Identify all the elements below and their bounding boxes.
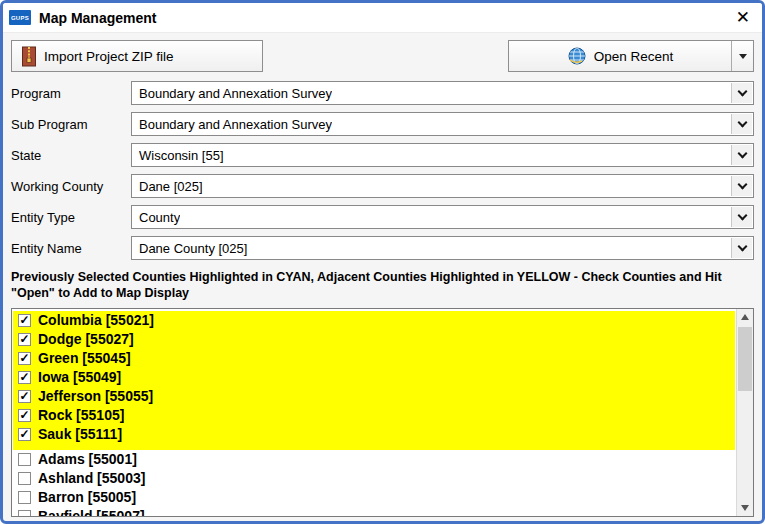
titlebar[interactable]: GUPS Map Management ✕ <box>3 3 762 33</box>
sub-program-value: Boundary and Annexation Survey <box>139 117 332 132</box>
entity-name-value: Dane County [025] <box>139 241 247 256</box>
program-value: Boundary and Annexation Survey <box>139 86 332 101</box>
entity-type-combo-arrow[interactable] <box>731 207 752 227</box>
chevron-down-icon <box>737 179 747 189</box>
county-label: Barron [55005] <box>38 489 136 505</box>
program-combo-arrow[interactable] <box>731 83 752 103</box>
sub-program-combo-arrow[interactable] <box>731 114 752 134</box>
county-listbox[interactable]: ✓Columbia [55021]✓Dodge [55027]✓Green [5… <box>11 308 754 518</box>
state-combobox[interactable]: Wisconsin [55] <box>131 143 754 167</box>
gups-app-icon: GUPS <box>9 10 31 25</box>
county-row[interactable]: ✓Rock [55105] <box>13 406 735 425</box>
county-checkbox-unchecked[interactable] <box>18 491 31 504</box>
county-label: Bayfield [55007] <box>38 508 145 516</box>
county-row[interactable]: Adams [55001] <box>13 450 735 469</box>
chevron-down-icon <box>739 54 747 59</box>
county-checkbox-checked[interactable]: ✓ <box>18 333 31 346</box>
open-recent-label: Open Recent <box>594 49 674 64</box>
sub-program-label: Sub Program <box>11 117 131 132</box>
state-value: Wisconsin [55] <box>139 148 224 163</box>
form-area: Program Boundary and Annexation Survey S… <box>3 81 762 267</box>
map-management-window: GUPS Map Management ✕ Import Project ZIP… <box>0 0 765 524</box>
county-row[interactable]: ✓Dodge [55027] <box>13 330 735 349</box>
close-button[interactable]: ✕ <box>736 9 750 26</box>
county-label: Jefferson [55055] <box>38 388 153 404</box>
state-combo-arrow[interactable] <box>731 145 752 165</box>
globe-icon <box>567 46 587 66</box>
county-checkbox-checked[interactable]: ✓ <box>18 428 31 441</box>
county-list[interactable]: ✓Columbia [55021]✓Dodge [55027]✓Green [5… <box>13 311 735 517</box>
form-row-program: Program Boundary and Annexation Survey <box>11 81 754 105</box>
county-row[interactable]: Ashland [55003] <box>13 469 735 488</box>
entity-name-combo-arrow[interactable] <box>731 238 752 258</box>
form-row-state: State Wisconsin [55] <box>11 143 754 167</box>
county-label: Sauk [55111] <box>38 426 122 442</box>
window-title: Map Management <box>39 10 156 26</box>
scroll-thumb[interactable] <box>738 327 752 391</box>
form-row-sub-program: Sub Program Boundary and Annexation Surv… <box>11 112 754 136</box>
entity-type-label: Entity Type <box>11 210 131 225</box>
working-county-label: Working County <box>11 179 131 194</box>
open-recent-dropdown[interactable] <box>731 41 753 71</box>
arrow-up-icon <box>741 314 749 320</box>
entity-type-combobox[interactable]: County <box>131 205 754 229</box>
instructions-text: Previously Selected Counties Highlighted… <box>3 267 762 308</box>
county-label: Iowa [55049] <box>38 369 121 385</box>
toolbar: Import Project ZIP file Open Recent <box>3 33 762 81</box>
entity-type-value: County <box>139 210 180 225</box>
county-label: Rock [55105] <box>38 407 124 423</box>
import-project-zip-button[interactable]: Import Project ZIP file <box>11 40 263 72</box>
county-checkbox-checked[interactable]: ✓ <box>18 390 31 403</box>
county-label: Dodge [55027] <box>38 331 134 347</box>
form-row-working-county: Working County Dane [025] <box>11 174 754 198</box>
zip-file-icon <box>21 46 39 67</box>
county-row[interactable]: ✓Iowa [55049] <box>13 368 735 387</box>
entity-name-combobox[interactable]: Dane County [025] <box>131 236 754 260</box>
scroll-up-button[interactable] <box>737 309 753 326</box>
import-button-label: Import Project ZIP file <box>44 49 174 64</box>
county-row[interactable]: ✓Jefferson [55055] <box>13 387 735 406</box>
vertical-scrollbar[interactable] <box>736 309 753 517</box>
program-label: Program <box>11 86 131 101</box>
chevron-down-icon <box>737 148 747 158</box>
county-checkbox-unchecked[interactable] <box>18 453 31 466</box>
scroll-down-button[interactable] <box>737 499 753 516</box>
working-county-combo-arrow[interactable] <box>731 176 752 196</box>
arrow-down-icon <box>741 505 749 511</box>
county-row[interactable]: Bayfield [55007] <box>13 507 735 517</box>
program-combobox[interactable]: Boundary and Annexation Survey <box>131 81 754 105</box>
county-row[interactable]: ✓Green [55045] <box>13 349 735 368</box>
chevron-down-icon <box>737 86 747 96</box>
county-label: Adams [55001] <box>38 451 137 467</box>
county-checkbox-unchecked[interactable] <box>18 472 31 485</box>
working-county-combobox[interactable]: Dane [025] <box>131 174 754 198</box>
open-recent-button[interactable]: Open Recent <box>508 40 754 72</box>
open-recent-main[interactable]: Open Recent <box>509 41 731 71</box>
county-row[interactable]: ✓Columbia [55021] <box>13 311 735 330</box>
county-row[interactable]: Barron [55005] <box>13 488 735 507</box>
county-label: Ashland [55003] <box>38 470 145 486</box>
county-checkbox-unchecked[interactable] <box>18 510 31 517</box>
county-row[interactable]: ✓Sauk [55111] <box>13 425 735 444</box>
state-label: State <box>11 148 131 163</box>
county-checkbox-checked[interactable]: ✓ <box>18 352 31 365</box>
form-row-entity-name: Entity Name Dane County [025] <box>11 236 754 260</box>
county-label: Green [55045] <box>38 350 131 366</box>
county-checkbox-checked[interactable]: ✓ <box>18 371 31 384</box>
entity-name-label: Entity Name <box>11 241 131 256</box>
county-checkbox-checked[interactable]: ✓ <box>18 314 31 327</box>
chevron-down-icon <box>737 117 747 127</box>
chevron-down-icon <box>737 241 747 251</box>
working-county-value: Dane [025] <box>139 179 203 194</box>
chevron-down-icon <box>737 210 747 220</box>
sub-program-combobox[interactable]: Boundary and Annexation Survey <box>131 112 754 136</box>
county-label: Columbia [55021] <box>38 312 154 328</box>
county-checkbox-checked[interactable]: ✓ <box>18 409 31 422</box>
form-row-entity-type: Entity Type County <box>11 205 754 229</box>
